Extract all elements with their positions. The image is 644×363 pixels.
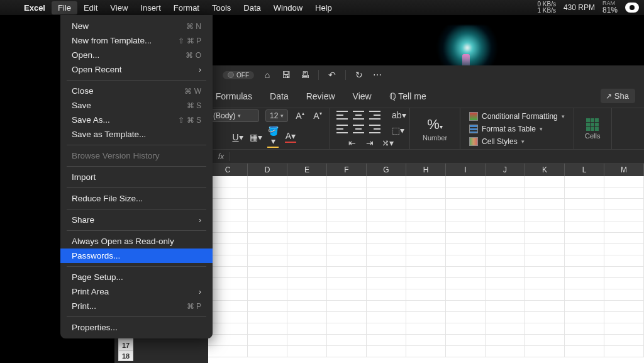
redo-icon[interactable]: ↻ — [353, 70, 365, 80]
file-menu-item: Browse Version History — [60, 148, 213, 163]
menu-data[interactable]: Data — [237, 1, 267, 14]
fx-icon[interactable]: fx — [213, 152, 230, 161]
status-rpm: 430 RPM — [560, 3, 599, 12]
percent-icon[interactable]: %▾ — [427, 116, 443, 133]
orientation-icon[interactable]: ⤭▾ — [382, 138, 393, 148]
menu-insert[interactable]: Insert — [134, 1, 167, 14]
print-icon[interactable]: 🖶 — [299, 70, 311, 80]
align-top-icon[interactable] — [336, 111, 348, 120]
file-menu-item[interactable]: Properties... — [60, 320, 213, 335]
ribbon-cells-group: Cells — [574, 108, 612, 149]
col-header[interactable]: M — [604, 164, 644, 176]
file-menu-item[interactable]: Share› — [60, 213, 213, 227]
col-header[interactable]: G — [367, 164, 406, 176]
status-ram: RAM81% — [599, 1, 621, 14]
decrease-font-icon[interactable]: A▾ — [312, 111, 323, 121]
tab-review[interactable]: Review — [305, 87, 336, 105]
file-menu-dropdown: New⌘ NNew from Template...⇧ ⌘ POpen...⌘ … — [60, 15, 213, 338]
menu-view[interactable]: View — [104, 1, 134, 14]
file-menu-item[interactable]: Always Open as Read-only — [60, 234, 213, 249]
save-icon[interactable]: 🖫 — [280, 70, 292, 80]
align-center-icon[interactable] — [353, 125, 364, 133]
file-menu-item[interactable]: Print...⌘ P — [60, 299, 213, 313]
col-header[interactable]: E — [287, 164, 327, 176]
cell-grid[interactable] — [208, 176, 644, 357]
conditional-formatting-button[interactable]: Conditional Formatting▾ — [467, 111, 567, 122]
column-headers: C D E F G H I J K L M — [208, 164, 644, 176]
undo-icon[interactable]: ↶ — [326, 70, 338, 80]
tab-formulas[interactable]: Formulas — [214, 87, 253, 105]
align-middle-icon[interactable] — [353, 111, 364, 120]
merge-icon[interactable]: ⬚▾ — [392, 125, 403, 135]
file-menu-item[interactable]: Passwords... — [60, 249, 213, 263]
col-header[interactable]: I — [446, 164, 486, 176]
autosave-toggle[interactable]: OFF — [223, 71, 254, 79]
ribbon-styles-group: Conditional Formatting▾ Format as Table▾… — [460, 108, 574, 149]
underline-icon[interactable]: U▾ — [232, 132, 243, 142]
more-qat-icon[interactable]: ⋯ — [372, 70, 384, 80]
col-header[interactable]: C — [208, 164, 248, 176]
align-right-icon[interactable] — [369, 125, 380, 133]
file-menu-item[interactable]: Print Area› — [60, 284, 213, 299]
borders-icon[interactable]: ▦▾ — [250, 132, 261, 142]
font-color-icon[interactable]: A▾ — [285, 131, 296, 143]
format-as-table-button[interactable]: Format as Table▾ — [467, 123, 545, 135]
align-bottom-icon[interactable] — [369, 111, 380, 120]
wrap-text-icon[interactable]: ab▾ — [392, 110, 403, 120]
home-icon[interactable]: ⌂ — [262, 70, 273, 80]
formula-input[interactable] — [230, 150, 644, 163]
menu-window[interactable]: Window — [267, 1, 309, 14]
cell-styles-button[interactable]: Cell Styles▾ — [467, 136, 527, 147]
menu-edit[interactable]: Edit — [77, 1, 104, 14]
font-size-select[interactable]: 12▾ — [265, 109, 288, 122]
number-label: Number — [423, 134, 447, 142]
file-menu-item[interactable]: New⌘ N — [60, 19, 213, 33]
file-menu-item[interactable]: Open...⌘ O — [60, 48, 213, 62]
menu-app-name[interactable]: Excel — [18, 1, 52, 14]
col-header[interactable]: D — [248, 164, 287, 176]
file-menu-item[interactable]: New from Template...⇧ ⌘ P — [60, 33, 213, 48]
col-header[interactable]: H — [406, 164, 446, 176]
ribbon-number-group: %▾ Number — [410, 108, 460, 149]
file-menu-item[interactable]: Page Setup... — [60, 270, 213, 284]
cells-icon[interactable] — [586, 118, 599, 131]
file-menu-item[interactable]: Open Recent› — [60, 62, 213, 77]
indent-right-icon[interactable]: ⇥ — [364, 138, 375, 148]
file-menu-item[interactable]: Close⌘ W — [60, 84, 213, 98]
font-name-select[interactable]: i (Body)▾ — [205, 109, 259, 122]
file-menu-item[interactable]: Import — [60, 170, 213, 184]
menu-tools[interactable]: Tools — [206, 1, 237, 14]
macos-menubar: Excel File Edit View Insert Format Tools… — [0, 0, 644, 15]
fill-color-icon[interactable]: 🪣▾ — [267, 126, 279, 148]
bulb-icon: ℚ — [389, 91, 396, 101]
col-header[interactable]: J — [486, 164, 525, 176]
increase-font-icon[interactable]: A▴ — [294, 111, 306, 121]
col-header[interactable]: F — [327, 164, 367, 176]
file-menu-item[interactable]: Save as Template... — [60, 127, 213, 142]
status-tray-icon[interactable] — [625, 3, 639, 13]
indent-left-icon[interactable]: ⇤ — [347, 138, 358, 148]
menu-help[interactable]: Help — [309, 1, 338, 14]
file-menu-item[interactable]: Save⌘ S — [60, 98, 213, 113]
menu-format[interactable]: Format — [167, 1, 206, 14]
align-left-icon[interactable] — [336, 125, 348, 133]
col-header[interactable]: L — [565, 164, 604, 176]
cells-label: Cells — [585, 132, 600, 140]
file-menu-item[interactable]: Reduce File Size... — [60, 191, 213, 206]
menu-file[interactable]: File — [52, 1, 77, 14]
file-menu-item[interactable]: Save As...⇧ ⌘ S — [60, 113, 213, 127]
ribbon-align-group: ab▾ ⬚▾ ⇤ ⇥ ⤭▾ — [330, 108, 410, 149]
tell-me[interactable]: ℚ Tell me — [388, 87, 428, 105]
row-header[interactable]: 18 — [118, 350, 133, 361]
col-header[interactable]: K — [525, 164, 565, 176]
share-button[interactable]: Sha — [601, 89, 635, 103]
row-header[interactable]: 17 — [118, 340, 133, 350]
tab-view[interactable]: View — [352, 87, 373, 105]
tab-data[interactable]: Data — [269, 87, 290, 105]
status-network: 0 KB/s1 KB/s — [533, 1, 559, 14]
